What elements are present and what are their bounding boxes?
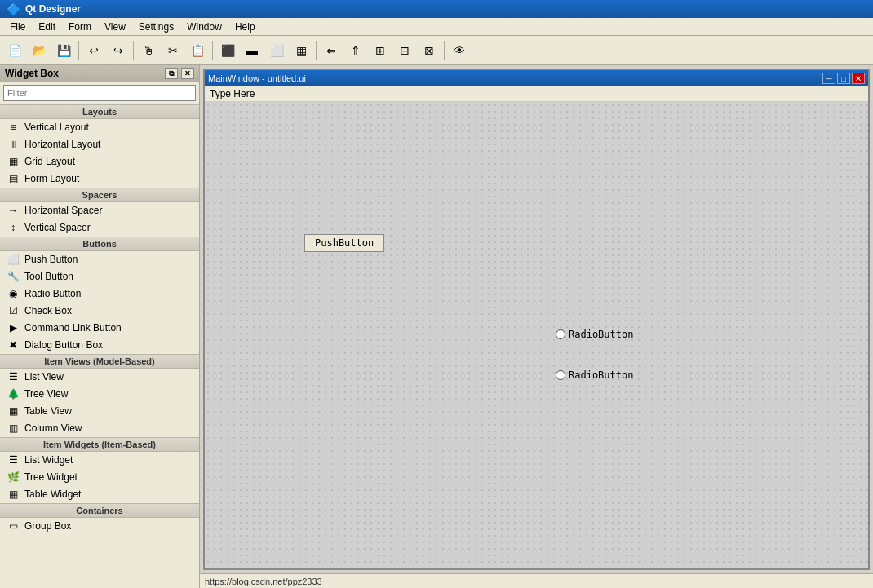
canvas-area: MainWindow - untitled.ui ─ □ ✕ Type Here… bbox=[200, 65, 873, 588]
horizontal-spacer-icon: ↔ bbox=[7, 204, 20, 217]
toolbar-split-h[interactable]: ⊟ bbox=[393, 39, 416, 62]
menu-edit[interactable]: Edit bbox=[32, 20, 62, 34]
table-widget-label: Table Widget bbox=[24, 489, 81, 500]
menu-view[interactable]: View bbox=[98, 20, 132, 34]
radiobutton-2-label: RadioButton bbox=[569, 369, 633, 381]
menu-form[interactable]: Form bbox=[62, 20, 98, 34]
menu-settings[interactable]: Settings bbox=[132, 20, 180, 34]
filter-input[interactable] bbox=[3, 85, 196, 101]
sidebar-item-check-box[interactable]: ☑ Check Box bbox=[0, 303, 199, 320]
form-layout-icon: ▤ bbox=[7, 172, 20, 185]
widget-box: Widget Box ⧉ ✕ Layouts ≡ Vertical Layout… bbox=[0, 65, 200, 588]
widget-box-close[interactable]: ✕ bbox=[181, 68, 194, 79]
horizontal-layout-icon: ⫴ bbox=[7, 138, 20, 151]
widget-list: Layouts ≡ Vertical Layout ⫴ Horizontal L… bbox=[0, 104, 199, 588]
canvas-menu-bar[interactable]: Type Here bbox=[205, 86, 868, 102]
vertical-layout-icon: ≡ bbox=[7, 121, 20, 134]
grid-layout-icon: ▦ bbox=[7, 155, 20, 168]
sidebar-item-column-view[interactable]: ▥ Column View bbox=[0, 420, 199, 437]
group-box-label: Group Box bbox=[24, 520, 71, 532]
sidebar-item-push-button[interactable]: ⬜ Push Button bbox=[0, 251, 199, 268]
column-view-label: Column View bbox=[24, 422, 82, 434]
list-widget-icon: ☰ bbox=[7, 453, 20, 466]
toolbar-sep4 bbox=[316, 41, 317, 60]
toolbar-save[interactable]: 💾 bbox=[52, 39, 75, 62]
check-box-icon: ☑ bbox=[7, 304, 20, 317]
designer-title: MainWindow - untitled.ui bbox=[208, 73, 306, 83]
section-spacers: Spacers bbox=[0, 188, 199, 202]
toolbar-open[interactable]: 📂 bbox=[28, 39, 51, 62]
designer-close-btn[interactable]: ✕ bbox=[852, 73, 865, 84]
sidebar-item-command-link-button[interactable]: ▶ Command Link Button bbox=[0, 320, 199, 337]
section-containers: Containers bbox=[0, 503, 199, 518]
vertical-spacer-icon: ↕ bbox=[7, 221, 20, 234]
sidebar-item-dialog-button-box[interactable]: ✖ Dialog Button Box bbox=[0, 337, 199, 354]
toolbar-undo[interactable]: ↩ bbox=[82, 39, 105, 62]
toolbar-break[interactable]: ⊠ bbox=[418, 39, 441, 62]
status-text: https://blog.csdn.net/ppz2333 bbox=[205, 577, 322, 586]
sidebar-item-grid-layout[interactable]: ▦ Grid Layout bbox=[0, 153, 199, 170]
toolbar-paste[interactable]: 📋 bbox=[186, 39, 209, 62]
sidebar-item-form-layout[interactable]: ▤ Form Layout bbox=[0, 170, 199, 188]
sidebar-item-tree-widget[interactable]: 🌿 Tree Widget bbox=[0, 469, 199, 486]
toolbar-layout1[interactable]: ⬛ bbox=[216, 39, 239, 62]
table-view-icon: ▦ bbox=[7, 405, 20, 418]
dialog-button-box-icon: ✖ bbox=[7, 338, 20, 351]
app-title: Qt Designer bbox=[25, 3, 81, 15]
widget-box-title: Widget Box bbox=[5, 68, 59, 79]
sidebar-item-radio-button[interactable]: ◉ Radio Button bbox=[0, 285, 199, 303]
toolbar-pointer[interactable]: 🖱 bbox=[137, 39, 160, 62]
toolbar-redo[interactable]: ↪ bbox=[107, 39, 130, 62]
toolbar-new[interactable]: 📄 bbox=[3, 39, 26, 62]
section-layouts: Layouts bbox=[0, 104, 199, 119]
column-view-icon: ▥ bbox=[7, 422, 20, 435]
tree-widget-icon: 🌿 bbox=[7, 471, 20, 484]
toolbar-layout3[interactable]: ⬜ bbox=[265, 39, 288, 62]
toolbar-grid[interactable]: ⊞ bbox=[369, 39, 392, 62]
designer-titlebar: MainWindow - untitled.ui ─ □ ✕ bbox=[205, 70, 868, 86]
designer-minimize-btn[interactable]: ─ bbox=[822, 73, 835, 84]
radio-circle-2 bbox=[556, 370, 565, 380]
canvas-pushbutton[interactable]: PushButton bbox=[304, 234, 384, 252]
sidebar-item-table-view[interactable]: ▦ Table View bbox=[0, 403, 199, 420]
toolbar-layout2[interactable]: ▬ bbox=[241, 39, 264, 62]
canvas-radiobutton-2[interactable]: RadioButton bbox=[556, 369, 633, 381]
sidebar-item-horizontal-layout[interactable]: ⫴ Horizontal Layout bbox=[0, 136, 199, 153]
toolbar-align-h[interactable]: ⇐ bbox=[320, 39, 343, 62]
filter-bar bbox=[0, 82, 199, 104]
sidebar-item-list-view[interactable]: ☰ List View bbox=[0, 369, 199, 386]
app-icon: 🔷 bbox=[7, 2, 20, 15]
radio-circle-1 bbox=[556, 329, 565, 339]
sidebar-item-tool-button[interactable]: 🔧 Tool Button bbox=[0, 268, 199, 285]
canvas-radiobutton-1[interactable]: RadioButton bbox=[556, 329, 633, 340]
toolbar-cut[interactable]: ✂ bbox=[162, 39, 184, 62]
sidebar-item-table-widget[interactable]: ▦ Table Widget bbox=[0, 486, 199, 503]
toolbar-sep1 bbox=[78, 41, 79, 60]
horizontal-spacer-label: Horizontal Spacer bbox=[24, 205, 102, 216]
designer-maximize-btn[interactable]: □ bbox=[837, 73, 850, 84]
dialog-button-box-label: Dialog Button Box bbox=[24, 339, 103, 351]
main-window-canvas[interactable]: PushButton RadioButton RadioButton bbox=[205, 102, 868, 568]
list-widget-label: List Widget bbox=[24, 454, 73, 466]
toolbar-align-v[interactable]: ⇑ bbox=[344, 39, 367, 62]
menu-file[interactable]: File bbox=[3, 20, 32, 34]
sidebar-item-group-box[interactable]: ▭ Group Box bbox=[0, 518, 199, 535]
status-bar: https://blog.csdn.net/ppz2333 bbox=[200, 573, 873, 588]
section-item-widgets: Item Widgets (Item-Based) bbox=[0, 437, 199, 452]
sidebar-item-vertical-spacer[interactable]: ↕ Vertical Spacer bbox=[0, 219, 199, 237]
sidebar-item-tree-view[interactable]: 🌲 Tree View bbox=[0, 386, 199, 403]
sidebar-item-vertical-layout[interactable]: ≡ Vertical Layout bbox=[0, 119, 199, 136]
designer-window-controls: ─ □ ✕ bbox=[822, 73, 865, 84]
toolbar-layout4[interactable]: ▦ bbox=[290, 39, 312, 62]
sidebar-item-horizontal-spacer[interactable]: ↔ Horizontal Spacer bbox=[0, 202, 199, 219]
sidebar-item-list-widget[interactable]: ☰ List Widget bbox=[0, 452, 199, 469]
list-view-icon: ☰ bbox=[7, 370, 20, 383]
form-layout-label: Form Layout bbox=[24, 173, 79, 184]
canvas-menu-text: Type Here bbox=[210, 88, 255, 99]
menu-help[interactable]: Help bbox=[228, 20, 262, 34]
toolbar-preview[interactable]: 👁 bbox=[448, 39, 471, 62]
push-button-icon: ⬜ bbox=[7, 253, 20, 266]
section-buttons: Buttons bbox=[0, 237, 199, 251]
menu-window[interactable]: Window bbox=[180, 20, 228, 34]
widget-box-float[interactable]: ⧉ bbox=[165, 68, 178, 79]
